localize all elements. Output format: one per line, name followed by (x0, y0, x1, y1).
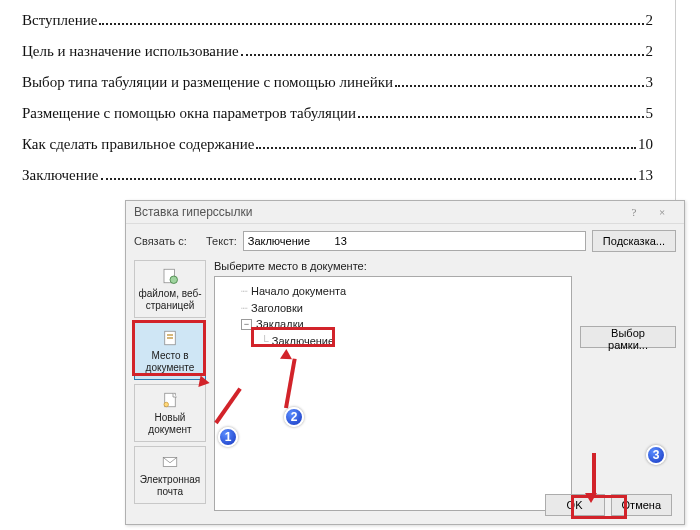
step-badge: 3 (646, 445, 666, 465)
tree-node-label: Заголовки (251, 300, 303, 317)
toc-line: Вступление 2 (22, 12, 653, 29)
sidebar-item-label: Электронная почта (140, 474, 200, 497)
tree-node-label: Закладки (256, 316, 304, 333)
toc-leader (395, 85, 644, 87)
linkto-label: Связать с: (134, 235, 200, 247)
email-icon (161, 453, 179, 471)
sidebar-item-label: Место в документе (146, 350, 195, 373)
svg-rect-3 (167, 334, 173, 336)
toc-title: Как сделать правильное содержание (22, 136, 254, 153)
link-type-sidebar: файлом, веб-страницей Место в документе … (134, 260, 206, 511)
help-icon[interactable]: ? (620, 206, 648, 218)
toc-line: Выбор типа табуляции и размещение с помо… (22, 74, 653, 91)
tree-label: Выберите место в документе: (214, 260, 572, 272)
insert-hyperlink-dialog: Вставка гиперссылки ? × Связать с: Текст… (125, 200, 685, 525)
toc-leader (99, 23, 643, 25)
step-number: 1 (225, 430, 232, 444)
text-label: Текст: (206, 235, 237, 247)
cancel-button[interactable]: Отмена (611, 494, 672, 516)
toc-page: 2 (646, 12, 654, 29)
tree-guide: ┈ (241, 300, 248, 317)
dialog-titlebar: Вставка гиперссылки ? × (126, 201, 684, 224)
tree-node-bookmark-item[interactable]: └ Заключение (223, 333, 563, 350)
linkto-place-in-doc[interactable]: Место в документе (134, 322, 206, 380)
screentip-button[interactable]: Подсказка... (592, 230, 676, 252)
callout-arrow (592, 453, 596, 493)
toc-title: Выбор типа табуляции и размещение с помо… (22, 74, 393, 91)
toc-leader (241, 54, 644, 56)
step-badge: 2 (284, 407, 304, 427)
tree-collapse-icon[interactable]: − (241, 319, 252, 330)
tree-node-top[interactable]: ┈ Начало документа (223, 283, 563, 300)
step-number: 2 (291, 410, 298, 424)
step-badge: 1 (218, 427, 238, 447)
file-web-icon (161, 267, 179, 285)
toc-title: Размещение с помощью окна параметров таб… (22, 105, 356, 122)
toc-title: Цель и назначение использование (22, 43, 239, 60)
svg-rect-4 (167, 337, 173, 339)
target-frame-button[interactable]: Выбор рамки... (580, 326, 676, 348)
svg-point-6 (164, 402, 169, 407)
toc-page: 10 (638, 136, 653, 153)
toc-line: Цель и назначение использование 2 (22, 43, 653, 60)
step-number: 3 (653, 448, 660, 462)
toc-page: 13 (638, 167, 653, 184)
linkto-file-web[interactable]: файлом, веб-страницей (134, 260, 206, 318)
toc-leader (358, 116, 643, 118)
callout-arrow-head (585, 493, 597, 503)
tree-node-label: Начало документа (251, 283, 346, 300)
tree-guide: ┈ (241, 283, 248, 300)
toc-title: Вступление (22, 12, 97, 29)
toc-line: Размещение с помощью окна параметров таб… (22, 105, 653, 122)
toc-leader (256, 147, 636, 149)
tree-node-headings[interactable]: ┈ Заголовки (223, 300, 563, 317)
sidebar-item-label: файлом, веб-страницей (138, 288, 201, 311)
toc-line: Как сделать правильное содержание 10 (22, 136, 653, 153)
toc-page: 5 (646, 105, 654, 122)
toc-leader (101, 178, 637, 180)
tree-guide: └ (261, 333, 269, 350)
tree-node-bookmarks[interactable]: − Закладки (223, 316, 563, 333)
close-icon[interactable]: × (648, 206, 676, 218)
document-places-tree[interactable]: ┈ Начало документа ┈ Заголовки − Закладк… (214, 276, 572, 511)
sidebar-item-label: Новый документ (148, 412, 191, 435)
toc-page: 3 (646, 74, 654, 91)
display-text-input[interactable] (243, 231, 586, 251)
new-doc-icon (161, 391, 179, 409)
toc-line: Заключение 13 (22, 167, 653, 184)
toc-title: Заключение (22, 167, 99, 184)
dialog-title: Вставка гиперссылки (134, 205, 620, 219)
tree-node-label: Заключение (272, 333, 334, 350)
linkto-email[interactable]: Электронная почта (134, 446, 206, 504)
linkto-new-document[interactable]: Новый документ (134, 384, 206, 442)
toc-panel: Вступление 2 Цель и назначение использов… (0, 0, 676, 204)
place-in-doc-icon (161, 329, 179, 347)
svg-point-1 (170, 276, 178, 284)
toc-page: 2 (646, 43, 654, 60)
callout-arrow-head (280, 349, 292, 359)
